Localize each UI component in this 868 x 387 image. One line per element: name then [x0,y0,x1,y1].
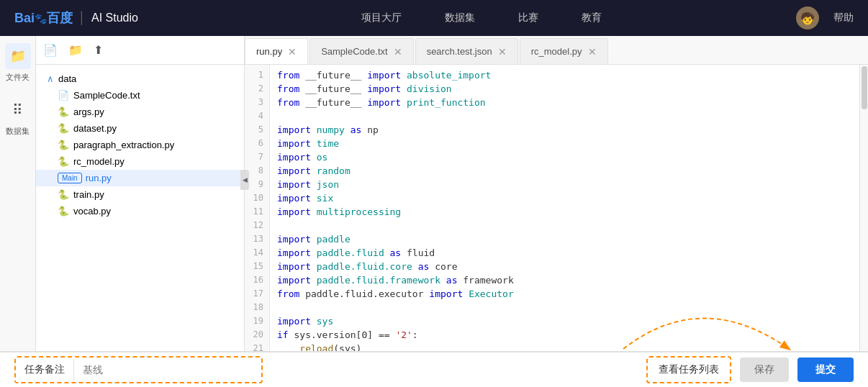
file-py-icon: 🐍 [58,140,69,150]
tab-samplecode[interactable]: SampleCode.txt ✕ [309,38,414,64]
new-folder-icon[interactable]: 📁 [68,43,83,57]
file-name: paragraph_extraction.py [73,140,174,150]
list-item[interactable]: 🐍 rc_model.py [36,153,244,170]
header: Bai🐾百度 │ AI Studio 项目大厅 数据集 比赛 教育 🧒 帮助 [0,0,868,36]
tab-label: search.test.json [427,46,492,57]
file-name: args.py [73,106,104,117]
logo-studio: AI Studio [91,12,138,24]
list-item[interactable]: Main run.py [36,170,244,186]
tab-label: run.py [256,46,282,57]
tab-rc-model[interactable]: rc_model.py ✕ [520,38,608,64]
task-input-group: 任务备注 [14,356,263,383]
file-doc-icon: 📄 [58,90,69,101]
file-py-icon: 🐍 [58,206,69,217]
avatar[interactable]: 🧒 [796,6,819,29]
file-name: vocab.py [73,206,111,217]
nav-item-projects[interactable]: 项目大厅 [361,12,402,24]
file-name: rc_model.py [73,156,125,167]
tab-search-test[interactable]: search.test.json ✕ [415,38,518,64]
nav-item-datasets[interactable]: 数据集 [445,12,475,24]
folder-chevron-icon: ∧ [47,73,54,84]
file-tree-content: ∧ data 📄 SampleCode.txt 🐍 args.py 🐍 data… [36,65,244,351]
header-right: 🧒 帮助 [796,6,854,29]
file-py-icon: 🐍 [58,156,69,167]
editor-tabs: run.py ✕ SampleCode.txt ✕ search.test.js… [245,36,868,65]
code-editor[interactable]: 1234 5678 9101112 13141516 17181920 2122… [245,65,868,351]
upload-icon[interactable]: ⬆ [94,43,103,57]
tab-close-icon[interactable]: ✕ [498,47,507,57]
nav-item-education[interactable]: 教育 [582,12,602,24]
sidebar-files-label: 文件夹 [6,72,30,83]
code-content[interactable]: from __future__ import absolute_import f… [270,65,859,351]
help-link[interactable]: 帮助 [833,12,854,24]
file-name-active: run.py [86,173,112,183]
view-tasks-button[interactable]: 查看任务列表 [646,356,731,383]
sidebar-datasets-label: 数据集 [6,126,30,137]
bottom-bar: 任务备注 查看任务列表 保存 提交 [0,351,868,387]
scrollbar-thumb[interactable] [862,66,867,109]
list-item[interactable]: 🐍 train.py [36,186,244,203]
nav-item-competition[interactable]: 比赛 [518,12,538,24]
task-note-label: 任务备注 [16,358,73,382]
file-py-icon: 🐍 [58,189,69,200]
folder-name: data [58,73,76,84]
tab-close-icon[interactable]: ✕ [588,47,597,57]
file-name: dataset.py [73,123,117,134]
file-name: SampleCode.txt [73,90,140,101]
file-name: train.py [73,189,104,200]
sidebar-files-icon[interactable]: 📁 [5,43,31,69]
header-nav: 项目大厅 数据集 比赛 教育 [167,12,796,24]
file-tree-toolbar: 📄 📁 ⬆ [36,36,244,65]
folder-data[interactable]: ∧ data [36,70,244,87]
list-item[interactable]: 📄 SampleCode.txt [36,87,244,104]
tab-run-py[interactable]: run.py ✕ [245,38,308,64]
logo-divider: │ [78,12,86,24]
list-item[interactable]: 🐍 dataset.py [36,120,244,137]
editor-area: ◀ run.py ✕ SampleCode.txt ✕ search.test.… [245,36,868,351]
line-numbers: 1234 5678 9101112 13141516 17181920 2122… [245,65,270,351]
main-badge: Main [58,173,82,183]
chevron-left-icon: ◀ [243,176,248,183]
list-item[interactable]: 🐍 paragraph_extraction.py [36,137,244,153]
baseline-input[interactable] [74,358,261,381]
logo: Bai🐾百度 │ AI Studio [14,9,138,27]
sidebar-datasets-icon[interactable]: ⠿ [5,97,31,123]
sidebar-icons: 📁 文件夹 ⠿ 数据集 [0,36,36,351]
tab-label: rc_model.py [531,46,582,57]
file-py-icon: 🐍 [58,106,69,117]
tab-close-icon[interactable]: ✕ [394,47,402,57]
list-item[interactable]: 🐍 vocab.py [36,203,244,219]
file-py-icon: 🐍 [58,123,69,134]
submit-button[interactable]: 提交 [797,358,854,382]
collapse-panel-arrow[interactable]: ◀ [240,170,249,190]
tab-label: SampleCode.txt [321,46,388,57]
logo-baidu: Bai🐾百度 [14,9,73,27]
tab-close-icon[interactable]: ✕ [288,47,297,57]
file-tree: 📄 📁 ⬆ ∧ data 📄 SampleCode.txt 🐍 args.py … [36,36,245,351]
editor-scrollbar[interactable] [859,65,868,351]
save-button[interactable]: 保存 [740,358,789,382]
new-file-icon[interactable]: 📄 [43,43,58,57]
main-container: 📁 文件夹 ⠿ 数据集 📄 📁 ⬆ ∧ data 📄 SampleCode.tx… [0,36,868,351]
list-item[interactable]: 🐍 args.py [36,104,244,120]
